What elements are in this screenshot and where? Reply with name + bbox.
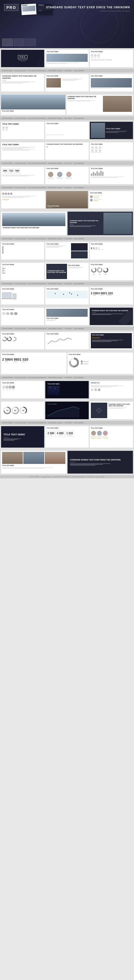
grid-icon-2 bbox=[95, 146, 98, 149]
slide-row-7: ★★★★★ TITLE TEXT DEMO TITLE TEXT DEMO ★★… bbox=[0, 189, 134, 210]
slide-full-img-person: TITLE TEXT DEMO bbox=[46, 191, 88, 208]
section-divider-8: Content Slides — Drag & Groups — Font & … bbox=[0, 375, 134, 379]
slide-avatars-row2: TITLE TEXT DEMO ★★★★★ ★★★★☆ ★★★★★ bbox=[90, 426, 133, 448]
slide-title-bullets: TITLE TEXT DEMO bbox=[1, 242, 44, 259]
slide-dark-book: TITLE TEXT DEMO bbox=[45, 242, 88, 259]
section-divider-3: Content Slides — Drag & Groups — Font & … bbox=[0, 161, 134, 165]
info-3: 03 bbox=[9, 385, 12, 390]
slide-counters: TITLE TEXT DEMO 2 590 views 4 980 client… bbox=[90, 287, 133, 304]
slide-pie-chart-large: TITLE TEXT DEMO Category A Category B bbox=[67, 353, 133, 374]
pro-label: PRO bbox=[18, 55, 27, 59]
slide-progress-1: TITLE TEXT DEMO SKILL 1 SKILL 2 SKILL 3 bbox=[1, 263, 44, 280]
slide-text-plain1: TITLE TEXT DEMO bbox=[1, 142, 44, 160]
large-counter-2: 4 980 clients bbox=[11, 358, 20, 363]
slide-row-5: TITLE TEXT DEMO STANDARD SUNDAY TEXT EVE… bbox=[0, 141, 134, 161]
slide-title-box1: TITLE TEXT DEMO bbox=[1, 122, 44, 139]
hero-thumbnails bbox=[2, 38, 36, 46]
slide-row-15: TITLE TEXT DEMO 01 02 03 04 bbox=[0, 379, 134, 400]
slide-standard-text: STANDARD SUNDAY TEXT EVER SINCE THE UNKN… bbox=[1, 74, 44, 92]
svg-text:75: 75 bbox=[6, 410, 8, 412]
slide-circle-progress: TITLE TEXT DEMO bbox=[1, 332, 44, 349]
feature-box-b bbox=[5, 126, 8, 131]
slide-space-dark: TITLE TEXT DEMO bbox=[45, 381, 88, 398]
icon-col-3 bbox=[97, 54, 100, 58]
hexagon-3 bbox=[10, 312, 13, 315]
avatar-3 bbox=[8, 192, 10, 195]
slide-night-chart: TITLE TEXT DEMO bbox=[45, 402, 88, 419]
slide-person-grid: TITLE TEXT DEMO bbox=[45, 167, 88, 184]
info-2: 02 bbox=[5, 385, 9, 390]
check-item-1 bbox=[2, 247, 4, 248]
slide-numbers-1: 399 items 720 clients 580 projects bbox=[1, 167, 44, 184]
section-divider-6: Content Slides — Drag & Groups — Font & … bbox=[0, 282, 134, 285]
slide-row-2: STANDARD SUNDAY TEXT EVER SINCE THE UNKN… bbox=[0, 73, 134, 93]
slide-hex-icons: TITLE TEXT DEMO bbox=[1, 308, 44, 325]
slide-row-13: TITLE TEXT DEMO bbox=[0, 331, 134, 351]
counter-4980: 4 980 clients bbox=[98, 292, 105, 296]
check-item-3 bbox=[2, 250, 4, 251]
slide-dark-standard2: STANDARD SUNDAY TEXT EVER SINCE THE UNKN… bbox=[67, 451, 133, 474]
slide-title-box2: TITLE TEXT DEMO bbox=[45, 122, 88, 139]
slide-geo-pattern: STANDARD SUNDAY TEXT EVER SINCE THE UNKN… bbox=[90, 402, 133, 419]
slide-people-1: ★★★★★ bbox=[1, 191, 45, 208]
diamond-svg bbox=[96, 407, 102, 414]
slide-dark-geo: STANDARD SUNDAY TEXT EVER SINCE THE UNKN… bbox=[90, 308, 133, 325]
slide-row-6: 399 items 720 clients 580 projects TITLE… bbox=[0, 165, 134, 186]
slide-title-person: TITLE TEXT DEMO bbox=[45, 74, 88, 92]
section-divider-5: Content Slides — Drag & Groups — Font & … bbox=[0, 237, 134, 240]
avatar-4 bbox=[10, 192, 12, 195]
circle-progress-2 bbox=[7, 337, 12, 341]
slide-row-18: TITLE TEXT DEMO STANDARD SUNDAY TEXT EVE… bbox=[0, 449, 134, 475]
hero-section: PRO Standard Sunday Text Ever Since The … bbox=[0, 0, 134, 48]
slide-circle-chart: TITLE TEXT DEMO 70% 55% bbox=[90, 263, 133, 280]
bar-1 bbox=[91, 173, 92, 176]
section-divider-7: Content Slides — Drag & Groups — Font & … bbox=[0, 327, 134, 331]
check-item-4 bbox=[2, 252, 4, 253]
info-1: 01 bbox=[2, 385, 5, 390]
grid-icon-1 bbox=[91, 146, 94, 149]
pie-chart-2 bbox=[97, 267, 103, 273]
circle-progress-1 bbox=[2, 337, 7, 341]
section-divider-4: Content Slides — Drag & Groups — Font & … bbox=[0, 186, 134, 189]
person-3 bbox=[65, 171, 73, 180]
slide-devices: TITLE TEXT DEMO bbox=[1, 287, 44, 304]
svg-marker-26 bbox=[97, 409, 100, 412]
grid-icon-4 bbox=[91, 150, 94, 153]
slide-timeline-1: TITLE TEXT DEMO bbox=[90, 242, 133, 259]
slide-counter-row2: TITLE TEXT DEMO 2 590 items 4 980 client… bbox=[45, 426, 88, 448]
night-line-chart bbox=[47, 405, 79, 417]
slide-dark-stars: TITLE TEXT DEMO ★★★★★ bbox=[90, 332, 133, 349]
large-counter-1: 2 590 views bbox=[2, 358, 11, 363]
slide-title-img-1: TITLE TEXT DEMO bbox=[45, 50, 88, 67]
bottom-bar: Content Slides — Drag & Groups — Font & … bbox=[0, 475, 134, 478]
slide-row-9: TITLE TEXT DEMO bbox=[0, 240, 134, 261]
pro-tagline-text: TEMPLATE bbox=[21, 61, 25, 62]
bar-5 bbox=[98, 173, 100, 176]
slide-row-14: TITLE TEXT DEMO 2 590 views 4 980 client… bbox=[0, 351, 134, 375]
slide-row-8: STANDARD SUNDAY TEXT EVER SINCE THE UNKN… bbox=[0, 210, 134, 237]
svg-marker-25 bbox=[96, 408, 102, 413]
bar-3 bbox=[95, 173, 96, 176]
slide-mountain: STANDARD SUNDAY TEXT EVER SINCE THE UNKN… bbox=[1, 212, 67, 235]
bar-7 bbox=[102, 172, 104, 176]
map-dot-1 bbox=[55, 293, 56, 294]
progress-1: SKILL 1 bbox=[2, 267, 5, 269]
slide-people-photos: TITLE TEXT DEMO bbox=[1, 451, 67, 474]
bar-6 bbox=[100, 171, 102, 176]
svg-text:60: 60 bbox=[14, 410, 16, 412]
main-container: PRO Standard Sunday Text Ever Since The … bbox=[0, 0, 134, 478]
hexagon-1 bbox=[2, 312, 5, 315]
slide-map-world: TITLE TEXT DEMO bbox=[45, 287, 88, 304]
large-counter-3: 1 020 projects bbox=[19, 358, 29, 363]
laptop-mockup bbox=[2, 293, 11, 299]
map-dot-5 bbox=[69, 293, 70, 293]
big-circle-1: 75 bbox=[3, 406, 11, 414]
section-divider-1: Content Slides — Drag & Groups — Font & … bbox=[0, 69, 134, 73]
icon-col-1 bbox=[91, 54, 94, 58]
avatar-2 bbox=[5, 192, 7, 195]
grid-icon-5 bbox=[95, 150, 98, 153]
grid-icon-3 bbox=[98, 146, 102, 149]
slide-infographic-1: TITLE TEXT DEMO 01 02 03 04 bbox=[1, 381, 44, 398]
slide-row-10: TITLE TEXT DEMO SKILL 1 SKILL 2 SKILL 3 bbox=[0, 261, 134, 282]
bar-2 bbox=[93, 172, 94, 176]
